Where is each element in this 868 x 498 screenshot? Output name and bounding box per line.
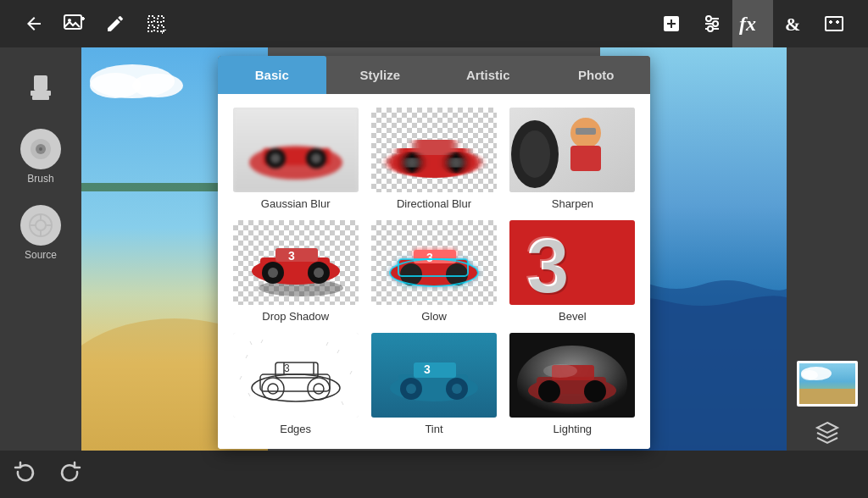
tab-artistic[interactable]: Artistic [434,56,542,94]
sidebar-item-stamp[interactable] [7,61,75,115]
pencil-icon[interactable] [95,0,136,47]
svg-rect-5 [158,16,164,22]
filter-item-sharpen[interactable]: Sharpen [509,108,637,210]
filter-modal: Basic Stylize Artistic Photo [218,56,650,449]
filter-label-gaussian-blur: Gaussian Blur [261,197,331,210]
svg-text:fx: fx [739,13,756,35]
undo-button[interactable] [14,460,37,489]
filter-item-glow[interactable]: 3 Glow [370,220,498,323]
sidebar-item-brush[interactable]: Brush [7,122,75,191]
svg-text:3: 3 [424,362,431,376]
filter-item-drop-shadow[interactable]: 3 Drop Shadow [231,220,359,323]
filter-thumb-edges: 3 [233,333,359,418]
svg-rect-7 [158,25,164,31]
tab-basic[interactable]: Basic [218,56,326,94]
svg-rect-24 [34,75,47,91]
svg-point-127 [538,380,560,402]
filter-item-directional-blur[interactable]: Directional Blur [370,108,498,210]
brush-label: Brush [27,173,53,185]
filter-label-edges: Edges [280,423,311,435]
svg-text:3: 3 [284,362,290,374]
filter-label-sharpen: Sharpen [552,197,593,210]
filter-thumb-glow: 3 [371,220,497,305]
svg-rect-69 [576,128,596,135]
filter-label-tint: Tint [425,423,442,435]
svg-rect-6 [148,25,154,31]
filter-modal-overlay: Basic Stylize Artistic Photo [81,47,787,498]
filter-label-lighting: Lighting [554,423,593,435]
svg-rect-39 [799,389,858,407]
svg-text:&: & [785,14,800,35]
tab-photo[interactable]: Photo [542,56,651,94]
thumbnail-preview[interactable] [797,361,858,407]
right-sidebar [787,47,868,498]
svg-point-80 [314,268,324,278]
filter-tabs: Basic Stylize Artistic Photo [218,56,650,94]
sliders-icon[interactable] [692,0,732,47]
filter-label-bevel: Bevel [559,310,587,323]
left-sidebar: Brush Source [0,47,81,498]
filter-label-directional-blur: Directional Blur [397,197,471,210]
svg-point-57 [311,153,321,163]
svg-point-121 [452,384,462,394]
filter-item-tint[interactable]: 3 Tint [370,333,498,435]
svg-point-129 [543,364,577,378]
svg-point-29 [39,147,42,151]
layers-icon[interactable] [815,420,840,445]
filter-thumb-tint: 3 [371,333,497,418]
svg-rect-60 [414,140,456,155]
svg-marker-40 [817,423,837,433]
filter-grid: Gaussian Blur [218,94,650,449]
image-add-icon[interactable] [54,0,95,47]
svg-point-79 [268,268,278,278]
filter-thumb-bevel: 3 3 3 [509,220,635,305]
filter-item-bevel[interactable]: 3 3 3 Bevel [509,220,637,323]
filter-item-lighting[interactable]: Lighting [509,333,637,435]
filter-thumb-gaussian-blur [233,108,359,192]
svg-point-63 [407,158,417,168]
filter-item-gaussian-blur[interactable]: Gaussian Blur [231,108,359,210]
svg-point-71 [520,130,550,178]
filter-thumb-sharpen [509,108,635,192]
svg-point-15 [713,21,718,26]
svg-text:3: 3 [426,251,433,264]
svg-rect-83 [414,250,456,263]
svg-point-16 [708,26,713,31]
svg-point-14 [706,16,711,21]
ampersand-icon[interactable]: & [773,0,814,47]
svg-point-31 [36,220,46,230]
filter-label-glow: Glow [421,310,447,323]
tab-stylize[interactable]: Stylize [326,56,435,94]
filter-thumb-drop-shadow: 3 [233,220,359,305]
svg-point-56 [270,153,281,163]
top-toolbar: fx & [0,0,868,47]
filter-thumb-lighting [509,333,635,418]
brush-icon [20,129,61,169]
svg-rect-75 [275,248,318,262]
svg-rect-93 [233,333,359,418]
bottom-left-icons [14,460,81,489]
svg-rect-26 [32,96,49,100]
filter-thumb-directional-blur [371,108,497,192]
filter-label-drop-shadow: Drop Shadow [262,310,329,323]
selection-icon[interactable] [136,0,176,47]
svg-rect-19 [826,17,843,30]
back-button[interactable] [14,0,54,47]
svg-point-128 [584,380,606,402]
sidebar-item-source[interactable]: Source [7,198,75,268]
svg-rect-67 [570,146,601,171]
fit-screen-icon[interactable] [814,0,854,47]
svg-text:3: 3 [528,225,570,305]
svg-rect-25 [31,91,51,96]
redo-button[interactable] [58,460,81,489]
svg-point-64 [451,158,461,168]
source-icon [20,205,61,246]
svg-text:3: 3 [288,249,295,263]
svg-rect-116 [414,362,456,378]
svg-point-120 [406,384,416,394]
fx-button[interactable]: fx [732,0,773,47]
source-label: Source [25,249,57,261]
stamp-icon [20,68,61,108]
filter-item-edges[interactable]: 3 [231,333,359,435]
add-icon[interactable] [651,0,692,47]
